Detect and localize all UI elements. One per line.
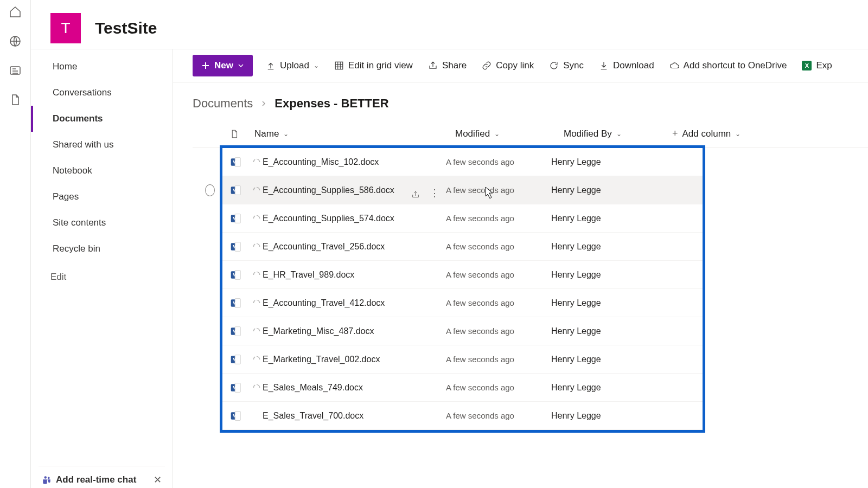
column-header-modified[interactable]: Modified⌄ [455,129,564,139]
site-header: T TestSite [31,0,868,49]
word-doc-icon: W [230,354,253,365]
download-button[interactable]: Download [597,57,656,74]
file-row[interactable]: WE_Accounting_Travel_412.docxA few secon… [222,289,703,317]
download-icon [599,61,609,70]
add-chat-callout: Add real-time chat ✕ [39,466,165,488]
column-header-name[interactable]: Name⌄ [254,129,455,139]
nav-item-pages[interactable]: Pages [31,184,173,210]
nav-item-conversations[interactable]: Conversations [31,80,173,106]
export-excel-button[interactable]: X Exp [800,57,834,74]
file-name[interactable]: E_Accounting_Misc_102.docx [253,157,444,167]
file-modified-by[interactable]: Henry Legge [551,185,649,195]
word-doc-icon: W [230,410,253,421]
app-rail [0,0,31,488]
home-icon[interactable] [9,5,22,18]
word-doc-icon: W [230,157,253,168]
share-row-icon[interactable] [411,190,420,199]
file-name[interactable]: E_Sales_Travel_700.docx [253,411,444,421]
word-doc-icon: W [230,269,253,280]
file-modified: A few seconds ago [446,157,551,166]
svg-text:W: W [233,160,238,165]
file-modified: A few seconds ago [446,270,551,279]
teams-icon [42,475,52,485]
new-button[interactable]: New [193,55,253,76]
file-name[interactable]: E_Marketing_Travel_002.docx [253,355,444,364]
more-actions-icon[interactable]: ⋮ [430,190,439,199]
file-name[interactable]: E_Accounting_Travel_412.docx [253,298,444,308]
svg-point-3 [44,476,47,479]
link-icon [482,61,492,70]
file-modified-by[interactable]: Henry Legge [551,411,649,421]
file-row[interactable]: WE_Marketing_Misc_487.docxA few seconds … [222,317,703,345]
site-logo[interactable]: T [50,13,81,43]
word-doc-icon: W [230,241,253,252]
file-icon[interactable] [9,93,22,106]
nav-item-shared-with-us[interactable]: Shared with us [31,132,173,158]
file-modified-by[interactable]: Henry Legge [551,242,649,252]
upload-icon [266,61,276,70]
file-row[interactable]: WE_Sales_Meals_749.docxA few seconds ago… [222,374,703,402]
file-row[interactable]: WE_Accounting_Misc_102.docxA few seconds… [222,148,703,176]
chevron-down-icon [238,62,244,69]
nav-item-documents[interactable]: Documents [31,106,173,132]
file-modified-by[interactable]: Henry Legge [551,355,649,364]
site-title[interactable]: TestSite [95,19,157,37]
column-header-modified-by[interactable]: Modified By⌄ [564,129,672,139]
news-icon[interactable] [9,64,22,77]
globe-icon[interactable] [9,35,22,48]
sync-icon [549,61,559,70]
file-modified-by[interactable]: Henry Legge [551,298,649,308]
word-doc-icon: W [230,213,253,224]
nav-item-home[interactable]: Home [31,54,173,80]
file-row[interactable]: WE_Sales_Travel_700.docxA few seconds ag… [222,402,703,430]
svg-point-2 [48,477,50,479]
file-modified: A few seconds ago [446,383,551,392]
svg-text:W: W [233,329,238,334]
word-doc-icon: W [230,185,253,196]
file-modified-by[interactable]: Henry Legge [551,214,649,223]
file-name[interactable]: E_Accounting_Supplies_574.docx [253,214,444,223]
left-navigation: HomeConversationsDocumentsShared with us… [31,49,173,488]
svg-text:W: W [233,357,238,362]
grid-icon [334,61,344,70]
add-chat-title[interactable]: Add real-time chat [42,474,136,485]
file-modified: A few seconds ago [446,411,551,420]
share-button[interactable]: Share [426,57,469,74]
breadcrumb-root[interactable]: Documents [193,97,253,111]
file-name[interactable]: E_Marketing_Misc_487.docx [253,326,444,336]
word-doc-icon: W [230,298,253,309]
svg-text:W: W [233,216,238,221]
annotation-highlight-box: WE_Accounting_Misc_102.docxA few seconds… [220,145,705,433]
file-row[interactable]: WE_Accounting_Supplies_586.docx⋮A few se… [222,176,703,204]
file-row[interactable]: WE_Accounting_Travel_256.docxA few secon… [222,233,703,261]
file-name[interactable]: E_HR_Travel_989.docx [253,270,444,280]
add-column-button[interactable]: +Add column⌄ [672,128,868,139]
file-modified: A few seconds ago [446,242,551,251]
sync-button[interactable]: Sync [547,57,586,74]
column-header-row: Name⌄ Modified⌄ Modified By⌄ +Add column… [193,120,868,147]
row-select-circle[interactable] [205,184,215,196]
column-type-icon[interactable] [229,129,254,139]
file-modified-by[interactable]: Henry Legge [551,157,649,167]
edit-grid-button[interactable]: Edit in grid view [332,57,415,74]
file-row[interactable]: WE_HR_Travel_989.docxA few seconds agoHe… [222,261,703,289]
file-name[interactable]: E_Sales_Meals_749.docx [253,383,444,393]
file-modified-by[interactable]: Henry Legge [551,326,649,336]
file-modified-by[interactable]: Henry Legge [551,270,649,280]
file-row[interactable]: WE_Accounting_Supplies_574.docxA few sec… [222,204,703,233]
file-modified: A few seconds ago [446,298,551,307]
file-modified-by[interactable]: Henry Legge [551,383,649,393]
file-row[interactable]: WE_Marketing_Travel_002.docxA few second… [222,345,703,374]
add-shortcut-button[interactable]: Add shortcut to OneDrive [667,57,789,74]
close-icon[interactable]: ✕ [154,474,162,486]
file-modified: A few seconds ago [446,326,551,336]
nav-item-notebook[interactable]: Notebook [31,158,173,184]
nav-item-site-contents[interactable]: Site contents [31,210,173,236]
nav-edit-link[interactable]: Edit [31,264,173,290]
copy-link-button[interactable]: Copy link [480,57,536,74]
upload-button[interactable]: Upload⌄ [264,57,321,74]
file-modified: A few seconds ago [446,214,551,223]
nav-item-recycle-bin[interactable]: Recycle bin [31,236,173,262]
share-icon [428,61,438,70]
file-name[interactable]: E_Accounting_Travel_256.docx [253,242,444,252]
